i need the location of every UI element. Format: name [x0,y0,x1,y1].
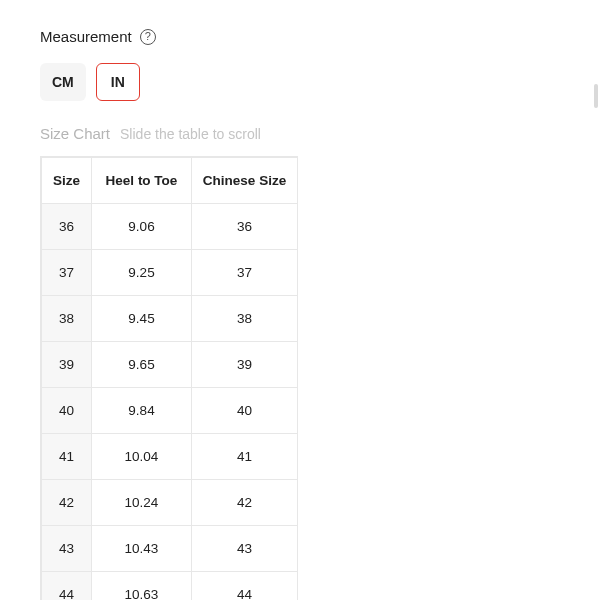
measurement-header: Measurement ? [40,28,600,45]
sizechart-table: Size Heel to Toe Chinese Size 369.063637… [41,157,298,600]
table-row: 409.8440 [42,388,298,434]
cell-size: 38 [42,296,92,342]
table-row: 399.6539 [42,342,298,388]
measurement-label: Measurement [40,28,132,45]
help-icon[interactable]: ? [140,29,156,45]
cell-size: 42 [42,480,92,526]
table-row: 4310.4343 [42,526,298,572]
table-row: 4110.0441 [42,434,298,480]
cell-heel-to-toe: 9.06 [92,204,192,250]
cell-chinese-size: 37 [192,250,298,296]
cell-size: 44 [42,572,92,601]
unit-in-button[interactable]: IN [96,63,140,101]
cell-chinese-size: 43 [192,526,298,572]
cell-heel-to-toe: 10.63 [92,572,192,601]
cell-size: 43 [42,526,92,572]
cell-chinese-size: 40 [192,388,298,434]
cell-chinese-size: 39 [192,342,298,388]
sizechart-table-container[interactable]: Size Heel to Toe Chinese Size 369.063637… [40,156,298,600]
scrollbar-thumb[interactable] [594,84,598,108]
cell-chinese-size: 36 [192,204,298,250]
cell-chinese-size: 42 [192,480,298,526]
sizechart-hint: Slide the table to scroll [120,126,261,142]
unit-toggle: CM IN [40,63,600,101]
cell-size: 41 [42,434,92,480]
table-row: 389.4538 [42,296,298,342]
sizechart-header: Size Chart Slide the table to scroll [40,125,600,142]
cell-size: 36 [42,204,92,250]
sizechart-label: Size Chart [40,125,110,142]
table-row: 369.0636 [42,204,298,250]
header-heel-to-toe: Heel to Toe [92,158,192,204]
cell-chinese-size: 38 [192,296,298,342]
cell-heel-to-toe: 9.84 [92,388,192,434]
table-row: 379.2537 [42,250,298,296]
cell-heel-to-toe: 10.24 [92,480,192,526]
cell-chinese-size: 44 [192,572,298,601]
cell-heel-to-toe: 10.04 [92,434,192,480]
header-chinese-size: Chinese Size [192,158,298,204]
unit-cm-button[interactable]: CM [40,63,86,101]
cell-size: 37 [42,250,92,296]
header-size: Size [42,158,92,204]
cell-chinese-size: 41 [192,434,298,480]
cell-heel-to-toe: 10.43 [92,526,192,572]
table-row: 4410.6344 [42,572,298,601]
table-header-row: Size Heel to Toe Chinese Size [42,158,298,204]
cell-heel-to-toe: 9.45 [92,296,192,342]
cell-size: 39 [42,342,92,388]
table-row: 4210.2442 [42,480,298,526]
cell-heel-to-toe: 9.25 [92,250,192,296]
cell-heel-to-toe: 9.65 [92,342,192,388]
cell-size: 40 [42,388,92,434]
